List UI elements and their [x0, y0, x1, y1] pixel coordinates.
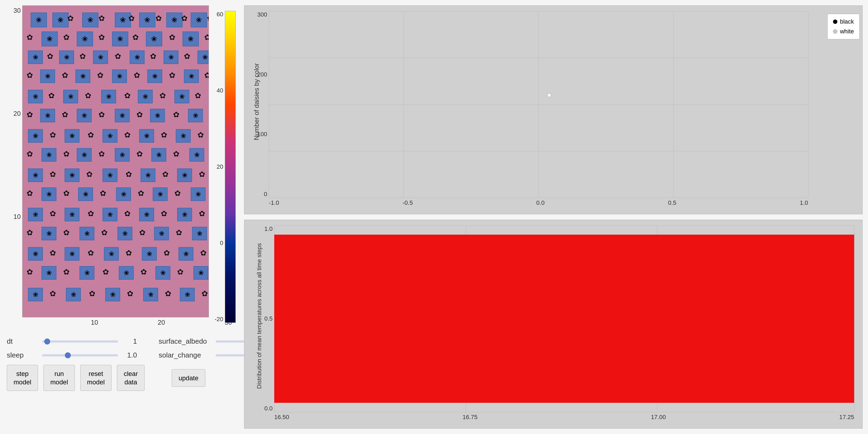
- white-daisy-patch: ❀: [139, 129, 154, 143]
- buttons-row: stepmodel runmodel resetmodel cleardata …: [7, 365, 208, 391]
- black-daisy: ✿: [85, 91, 91, 100]
- sleep-label: sleep: [7, 351, 39, 360]
- sleep-thumb[interactable]: [65, 352, 71, 358]
- white-daisy-patch: ❀: [41, 227, 56, 240]
- bottom-chart-inner: 1.0 0.5 0.0 16.50 16.75 17.00 17.25: [274, 225, 854, 412]
- white-daisy-patch: ❀: [150, 109, 165, 122]
- black-daisy: ✿: [173, 150, 179, 158]
- white-daisy-patch: ❀: [28, 247, 43, 261]
- colorbar-gradient: [225, 11, 236, 323]
- black-daisy: ✿: [63, 268, 69, 276]
- bc-x-tick-1675: 16.75: [463, 414, 477, 421]
- black-daisy: ✿: [88, 248, 94, 257]
- white-daisy-patch: ❀: [41, 31, 58, 46]
- black-daisy: ✿: [126, 248, 132, 257]
- black-daisy: ✿: [177, 268, 183, 276]
- white-daisy-patch: ❀: [175, 90, 189, 103]
- black-daisy: ✿: [115, 52, 121, 61]
- black-daisy: ✿: [67, 14, 73, 23]
- bc-grid-v-100: [854, 225, 855, 412]
- black-daisy: ✿: [124, 91, 130, 100]
- black-daisy: ✿: [163, 248, 170, 257]
- black-daisy: ✿: [88, 130, 94, 140]
- black-daisy: ✿: [197, 130, 204, 140]
- black-daisy: ✿: [155, 14, 162, 23]
- black-daisy: ✿: [98, 33, 105, 42]
- white-daisy-patch: ❀: [112, 31, 128, 46]
- black-daisy: ✿: [141, 268, 147, 276]
- black-daisy: ✿: [136, 150, 143, 158]
- black-daisy: ✿: [162, 170, 168, 179]
- white-daisy-patch: ❀: [115, 109, 130, 122]
- step-model-button[interactable]: stepmodel: [7, 365, 38, 391]
- black-daisy: ✿: [62, 110, 68, 119]
- black-daisy: ✿: [127, 289, 133, 298]
- white-daisy-patch: ❀: [75, 69, 90, 83]
- white-daisy-patch: ❀: [189, 148, 204, 162]
- white-daisy-patch: ❀: [77, 148, 92, 162]
- black-daisy: ✿: [63, 228, 69, 237]
- black-daisy: ✿: [50, 289, 56, 298]
- y-axis-labels: 30 20 10: [11, 5, 22, 317]
- white-daisy-patch: ❀: [63, 90, 78, 103]
- reset-model-button[interactable]: resetmodel: [80, 365, 112, 391]
- black-daisy: ✿: [50, 130, 56, 140]
- legend-dot-white: [833, 29, 837, 34]
- white-daisy-patch: ❀: [183, 31, 199, 46]
- black-daisy: ✿: [150, 52, 156, 61]
- black-daisy: ✿: [128, 14, 134, 23]
- black-daisy: ✿: [169, 33, 175, 42]
- dt-slider[interactable]: [42, 340, 118, 343]
- white-daisy-patch: ❀: [180, 288, 195, 301]
- cb-label-20: 20: [216, 163, 223, 170]
- daisy-grid-main: ❀ ❀ ❀ ❀ ❀ ❀ ❀ ✿ ✿ ✿ ✿ ✿ ✿ ✿ ❀ ✿ ❀ ✿: [22, 5, 209, 317]
- bc-grid-h-0: [274, 225, 854, 226]
- bottom-chart-area: Distribution of mean temperatures across…: [244, 220, 862, 428]
- black-daisy: ✿: [124, 209, 130, 218]
- white-daisy-patch: ❀: [102, 168, 118, 182]
- top-chart: Number of daisies by color: [244, 5, 863, 214]
- black-daisy: ✿: [97, 71, 103, 80]
- colorbar-with-labels: 60 40 20 0 -20: [215, 11, 236, 323]
- x-label-10: 10: [91, 319, 98, 326]
- bc-x-tick-1700: 17.00: [651, 414, 666, 421]
- x-label-20: 20: [158, 319, 165, 326]
- cb-label-neg20: -20: [215, 316, 223, 323]
- clear-data-button[interactable]: cleardata: [117, 365, 145, 391]
- white-daisy-patch: ❀: [139, 208, 154, 221]
- white-daisy-patch: ❀: [101, 90, 116, 103]
- legend-item-white: white: [833, 28, 854, 35]
- update-button[interactable]: update: [172, 369, 205, 387]
- white-daisy-patch: ❀: [40, 109, 55, 122]
- white-daisy-patch: ❀: [151, 148, 166, 162]
- black-daisy: ✿: [175, 189, 181, 198]
- white-daisy-patch: ❀: [28, 90, 43, 103]
- sleep-slider[interactable]: [42, 354, 118, 356]
- white-daisy-patch: ❀: [192, 227, 207, 240]
- black-daisy: ✿: [98, 150, 105, 158]
- x-tick-neg05: -0.5: [403, 199, 413, 207]
- black-daisy: ✿: [47, 52, 53, 61]
- black-daisy: ✿: [48, 91, 55, 100]
- white-daisy-patch: ❀: [65, 168, 80, 182]
- black-daisy: ✿: [173, 110, 179, 119]
- white-daisy-patch: ❀: [112, 69, 127, 83]
- y-label-30: 30: [13, 7, 21, 14]
- dt-thumb[interactable]: [44, 339, 50, 344]
- white-daisy-patch: ❀: [141, 168, 155, 182]
- top-chart-x-ticks: -1.0 -0.5 0.0 0.5 1.0: [269, 198, 808, 209]
- run-model-button[interactable]: runmodel: [43, 365, 74, 391]
- white-daisy-patch: ❀: [28, 168, 43, 182]
- white-daisy-patch: ❀: [153, 187, 167, 201]
- black-daisy: ✿: [136, 110, 143, 119]
- white-daisy-patch: ❀: [142, 247, 157, 261]
- white-daisy-patch: ❀: [102, 129, 118, 143]
- white-daisy-patch: ❀: [82, 12, 98, 27]
- white-daisy-patch: ❀: [166, 12, 183, 27]
- cb-label-40: 40: [216, 87, 223, 94]
- x-tick-neg1: -1.0: [269, 199, 279, 207]
- black-daisy: ✿: [134, 71, 140, 80]
- black-daisy: ✿: [199, 209, 205, 218]
- white-daisy-patch: ❀: [191, 12, 207, 27]
- white-daisy-patch: ❀: [59, 51, 74, 64]
